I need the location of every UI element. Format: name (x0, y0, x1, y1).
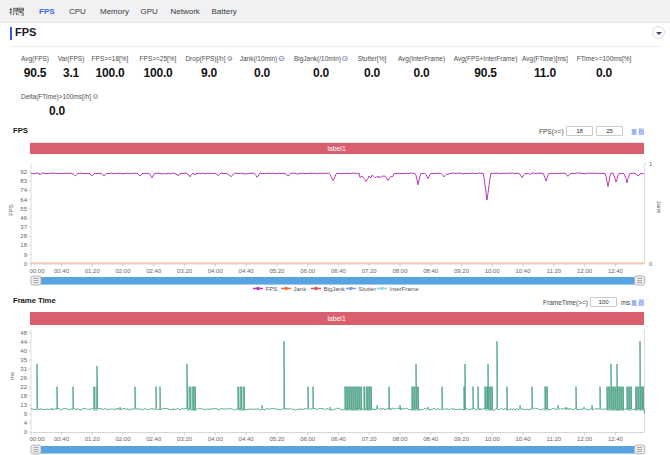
svg-text:31: 31 (20, 366, 27, 372)
svg-text:06:40: 06:40 (331, 268, 347, 274)
svg-text:label1: label1 (328, 145, 346, 152)
svg-text:Jank: Jank (294, 286, 308, 292)
svg-text:11:20: 11:20 (547, 268, 562, 274)
svg-text:ms: ms (9, 372, 15, 380)
svg-text:FPS: FPS (8, 204, 14, 216)
svg-text:06:00: 06:00 (300, 436, 316, 442)
svg-text:00:40: 00:40 (54, 268, 70, 274)
svg-text:BigJank: BigJank (324, 286, 346, 292)
svg-text:0: 0 (24, 429, 28, 435)
svg-text:01:20: 01:20 (85, 436, 101, 442)
svg-text:00:00: 00:00 (29, 268, 45, 274)
svg-text:0: 0 (649, 261, 653, 267)
svg-text:02:00: 02:00 (115, 436, 131, 442)
svg-text:40: 40 (20, 348, 27, 354)
svg-text:0: 0 (24, 261, 28, 267)
svg-text:10:00: 10:00 (485, 436, 501, 442)
svg-text:28: 28 (20, 233, 27, 239)
svg-text:26: 26 (20, 375, 27, 381)
svg-text:02:00: 02:00 (115, 268, 131, 274)
svg-text:03:20: 03:20 (177, 268, 193, 274)
svg-text:92: 92 (20, 169, 27, 175)
svg-text:37: 37 (20, 224, 27, 230)
svg-text:13: 13 (20, 402, 27, 408)
svg-text:64: 64 (20, 197, 27, 203)
svg-text:02:40: 02:40 (146, 268, 162, 274)
svg-text:04:40: 04:40 (239, 436, 255, 442)
svg-text:02:40: 02:40 (146, 436, 162, 442)
svg-text:18: 18 (20, 242, 27, 248)
svg-text:00:00: 00:00 (29, 436, 45, 442)
svg-text:12:40: 12:40 (608, 436, 624, 442)
svg-text:18: 18 (20, 393, 27, 399)
svg-text:4: 4 (24, 420, 28, 426)
svg-text:Jank: Jank (656, 201, 662, 215)
svg-text:12:40: 12:40 (608, 268, 624, 274)
svg-text:46: 46 (20, 215, 27, 221)
svg-text:05:20: 05:20 (269, 436, 285, 442)
svg-text:08:00: 08:00 (392, 268, 408, 274)
svg-text:83: 83 (20, 178, 27, 184)
svg-text:1: 1 (649, 161, 653, 167)
svg-text:03:20: 03:20 (177, 436, 193, 442)
svg-text:10:00: 10:00 (485, 268, 501, 274)
svg-text:22: 22 (20, 384, 27, 390)
svg-text:04:00: 04:00 (208, 436, 224, 442)
svg-text:06:00: 06:00 (300, 268, 316, 274)
svg-text:9: 9 (24, 252, 28, 258)
svg-text:10:40: 10:40 (515, 436, 531, 442)
svg-text:FPS: FPS (266, 286, 278, 292)
svg-text:06:40: 06:40 (331, 436, 347, 442)
svg-text:9: 9 (24, 411, 28, 417)
svg-text:08:00: 08:00 (392, 436, 408, 442)
svg-text:35: 35 (20, 357, 27, 363)
svg-text:05:20: 05:20 (269, 268, 285, 274)
svg-text:01:20: 01:20 (85, 268, 101, 274)
svg-text:04:40: 04:40 (239, 268, 255, 274)
svg-text:09:20: 09:20 (454, 436, 470, 442)
svg-text:InterFrame: InterFrame (390, 286, 420, 292)
svg-text:07:20: 07:20 (362, 436, 378, 442)
svg-text:08:40: 08:40 (423, 436, 439, 442)
svg-text:00:40: 00:40 (54, 436, 70, 442)
svg-text:10:40: 10:40 (515, 268, 531, 274)
svg-text:09:20: 09:20 (454, 268, 470, 274)
svg-text:07:20: 07:20 (362, 268, 378, 274)
svg-text:08:40: 08:40 (423, 268, 439, 274)
svg-text:11:20: 11:20 (547, 436, 562, 442)
svg-text:74: 74 (20, 187, 27, 193)
svg-text:label1: label1 (328, 315, 346, 322)
svg-text:12:00: 12:00 (577, 268, 593, 274)
svg-text:12:00: 12:00 (577, 436, 593, 442)
svg-text:55: 55 (20, 206, 27, 212)
svg-text:04:00: 04:00 (208, 268, 224, 274)
svg-text:Stutter: Stutter (359, 286, 377, 292)
svg-text:48: 48 (20, 330, 27, 336)
svg-text:44: 44 (20, 339, 27, 345)
